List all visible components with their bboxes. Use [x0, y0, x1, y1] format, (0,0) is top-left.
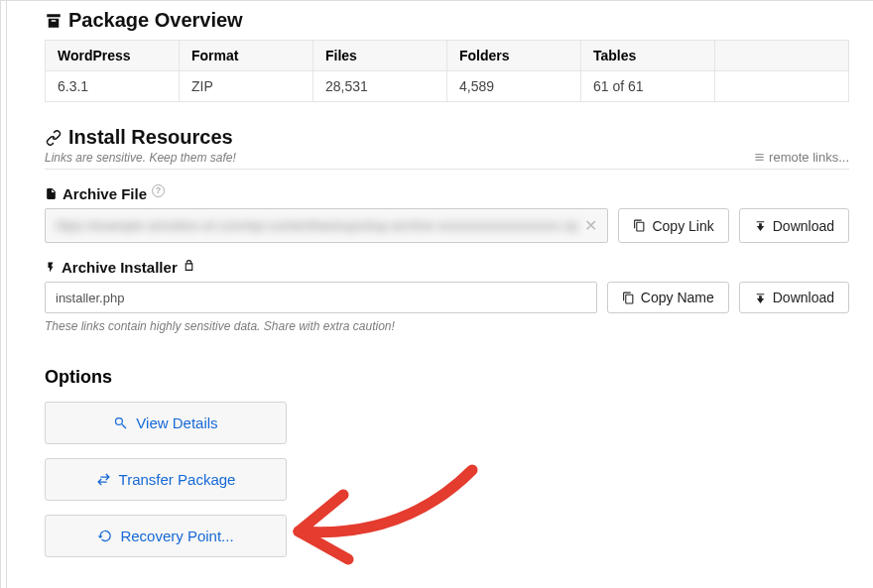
download-installer-button[interactable]: Download: [739, 282, 849, 313]
undo-icon: [97, 529, 112, 543]
col-folders: Folders: [447, 41, 581, 71]
table-row: 6.3.1 ZIP 28,531 4,589 61 of 61: [46, 71, 849, 102]
install-resources-title: Install Resources: [45, 126, 236, 149]
archive-file-input[interactable]: https://example-sensitive-url.com/wp-con…: [45, 208, 608, 243]
unlock-icon: [183, 259, 195, 272]
val-format: ZIP: [180, 71, 313, 102]
options-title: Options: [45, 367, 849, 388]
package-stats-table: WordPress Format Files Folders Tables 6.…: [45, 40, 849, 102]
copy-name-button[interactable]: Copy Name: [607, 282, 729, 313]
col-format: Format: [180, 41, 313, 71]
bars-icon: [754, 152, 765, 163]
link-icon: [45, 129, 62, 147]
val-tables: 61 of 61: [581, 71, 715, 102]
transfer-icon: [96, 472, 111, 487]
col-tables: Tables: [581, 41, 715, 71]
download-archive-button[interactable]: Download: [739, 208, 849, 243]
download-icon: [754, 219, 767, 232]
col-files: Files: [313, 41, 447, 71]
view-details-button[interactable]: View Details: [45, 402, 287, 444]
help-icon[interactable]: ?: [152, 184, 165, 197]
val-folders: 4,589: [447, 71, 581, 102]
download-icon: [754, 292, 767, 304]
sensitive-caution: These links contain highly sensitive dat…: [45, 319, 849, 333]
archive-installer-label: Archive Installer: [45, 259, 849, 276]
archive-installer-input[interactable]: installer.php: [45, 282, 597, 313]
recovery-point-button[interactable]: Recovery Point...: [45, 515, 287, 557]
bolt-icon: [45, 260, 57, 275]
package-overview-title: Package Overview: [45, 9, 849, 32]
val-wordpress: 6.3.1: [46, 71, 180, 102]
archive-file-label: Archive File ?: [45, 185, 849, 202]
col-wordpress: WordPress: [46, 41, 180, 71]
archive-icon: [45, 12, 62, 30]
file-icon: [45, 186, 58, 201]
search-icon: [113, 415, 128, 430]
remote-links-toggle[interactable]: remote links...: [754, 150, 849, 165]
col-empty: [715, 41, 849, 71]
copy-icon: [633, 219, 646, 232]
copy-icon: [622, 292, 635, 304]
copy-link-button[interactable]: Copy Link: [618, 208, 728, 243]
transfer-package-button[interactable]: Transfer Package: [45, 458, 287, 501]
val-files: 28,531: [313, 71, 447, 102]
clear-icon[interactable]: ✕: [584, 216, 597, 235]
links-sensitive-note: Links are sensitive. Keep them safe!: [45, 151, 236, 165]
